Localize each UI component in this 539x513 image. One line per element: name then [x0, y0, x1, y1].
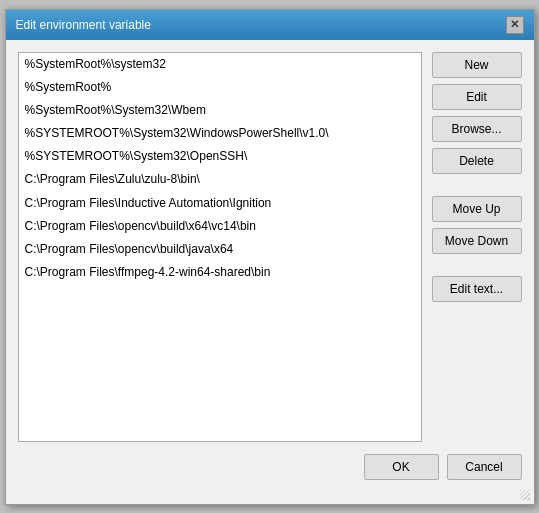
browse-button[interactable]: Browse...	[432, 116, 522, 142]
list-item[interactable]: %SYSTEMROOT%\System32\WindowsPowerShell\…	[19, 122, 421, 145]
delete-button[interactable]: Delete	[432, 148, 522, 174]
dialog-body: %SystemRoot%\system32%SystemRoot%%System…	[6, 40, 534, 454]
ok-button[interactable]: OK	[364, 454, 439, 480]
list-item[interactable]: C:\Program Files\opencv\build\x64\vc14\b…	[19, 215, 421, 238]
move-up-button[interactable]: Move Up	[432, 196, 522, 222]
new-button[interactable]: New	[432, 52, 522, 78]
list-item[interactable]: %SYSTEMROOT%\System32\OpenSSH\	[19, 145, 421, 168]
move-down-button[interactable]: Move Down	[432, 228, 522, 254]
edit-env-var-dialog: Edit environment variable ✕ %SystemRoot%…	[5, 9, 535, 505]
list-item[interactable]: C:\Program Files\ffmpeg-4.2-win64-shared…	[19, 261, 421, 284]
list-item[interactable]: %SystemRoot%\system32	[19, 53, 421, 76]
list-item[interactable]: C:\Program Files\Zulu\zulu-8\bin\	[19, 168, 421, 191]
close-button[interactable]: ✕	[506, 16, 524, 34]
edit-button[interactable]: Edit	[432, 84, 522, 110]
list-item[interactable]: C:\Program Files\opencv\build\java\x64	[19, 238, 421, 261]
title-bar: Edit environment variable ✕	[6, 10, 534, 40]
buttons-panel: New Edit Browse... Delete Move Up Move D…	[432, 52, 522, 442]
list-item[interactable]: %SystemRoot%\System32\Wbem	[19, 99, 421, 122]
env-var-list[interactable]: %SystemRoot%\system32%SystemRoot%%System…	[18, 52, 422, 442]
list-item[interactable]: C:\Program Files\Inductive Automation\Ig…	[19, 192, 421, 215]
dialog-title: Edit environment variable	[16, 18, 151, 32]
cancel-button[interactable]: Cancel	[447, 454, 522, 480]
edit-text-button[interactable]: Edit text...	[432, 276, 522, 302]
list-item[interactable]: %SystemRoot%	[19, 76, 421, 99]
resize-handle	[518, 488, 530, 500]
footer-row: OK Cancel	[6, 454, 534, 488]
